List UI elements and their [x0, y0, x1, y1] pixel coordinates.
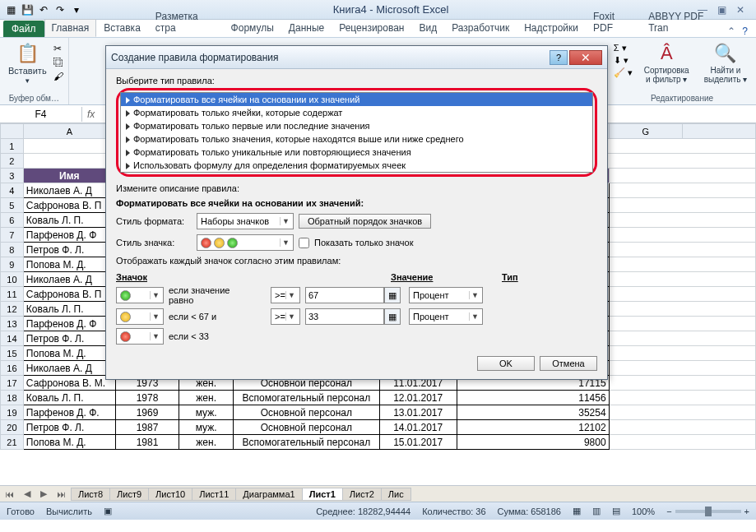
status-macro-icon[interactable]: ▣: [104, 506, 112, 516]
cancel-button[interactable]: Отмена: [540, 356, 597, 371]
rule-type-item[interactable]: Форматировать только ячейки, которые сод…: [121, 106, 592, 119]
icon-combo-1[interactable]: ▼: [116, 287, 164, 303]
redo-icon[interactable]: ↷: [53, 2, 67, 17]
cell[interactable]: Попова М. Д.: [23, 435, 115, 450]
tab-review[interactable]: Рецензирован: [332, 19, 411, 37]
cell[interactable]: Николаев А. Д: [23, 183, 115, 198]
zoom-in-icon[interactable]: +: [744, 507, 749, 516]
sheet-nav-prev-icon[interactable]: ◀: [19, 488, 35, 499]
cell[interactable]: 9800: [457, 435, 609, 450]
tab-view[interactable]: Вид: [411, 19, 444, 37]
col-header[interactable]: [682, 124, 755, 139]
ok-button[interactable]: OK: [477, 356, 535, 371]
cell[interactable]: Вспомогательный персонал: [233, 435, 379, 450]
row-header[interactable]: 11: [1, 287, 24, 302]
cell[interactable]: Коваль Л. П.: [23, 391, 115, 405]
row-header[interactable]: 21: [1, 435, 24, 450]
help-icon[interactable]: ?: [742, 25, 748, 37]
cell[interactable]: Основной персонал: [233, 420, 379, 435]
cell[interactable]: Сафронова В. П: [23, 287, 115, 302]
dialog-close-button[interactable]: ✕: [569, 50, 602, 65]
cut-icon[interactable]: ✂: [53, 43, 63, 54]
row-header[interactable]: 10: [1, 272, 24, 287]
rule-type-item[interactable]: Форматировать только уникальные или повт…: [121, 146, 592, 159]
range-picker-icon[interactable]: ▦: [384, 308, 401, 325]
row-header[interactable]: 19: [1, 405, 24, 420]
col-header[interactable]: G: [609, 124, 682, 139]
col-header[interactable]: A: [23, 124, 115, 139]
format-painter-icon[interactable]: 🖌: [53, 71, 63, 82]
cell[interactable]: Основной персонал: [233, 405, 379, 420]
tab-formulas[interactable]: Формулы: [224, 19, 281, 37]
cell[interactable]: Петров Ф. Л.: [23, 331, 115, 346]
sort-filter-button[interactable]: Â Сортировка и фильтр ▾: [641, 41, 693, 86]
cell[interactable]: 13.01.2017: [379, 405, 457, 420]
operator-combo-2[interactable]: >= ▼: [271, 308, 300, 325]
sheet-tab[interactable]: Лис: [381, 488, 411, 501]
cell[interactable]: Парфенов Д. Ф: [23, 228, 115, 243]
rule-type-item[interactable]: Использовать формулу для определения фор…: [121, 159, 592, 172]
cell[interactable]: Парфенов Д. Ф.: [23, 405, 115, 420]
row-header[interactable]: 12: [1, 302, 24, 317]
type-combo-1[interactable]: Процент▼: [409, 287, 483, 303]
view-layout-icon[interactable]: ▥: [592, 506, 601, 516]
cell[interactable]: 1981: [115, 435, 179, 450]
row-header[interactable]: 16: [1, 361, 24, 376]
rule-type-list[interactable]: Форматировать все ячейки на основании их…: [120, 92, 593, 173]
sheet-tab[interactable]: Лист10: [148, 488, 192, 501]
dialog-help-button[interactable]: ?: [550, 50, 568, 65]
row-header[interactable]: 9: [1, 257, 24, 272]
range-picker-icon[interactable]: ▦: [384, 287, 401, 303]
value-input-1[interactable]: 67: [305, 287, 384, 303]
cell[interactable]: 1969: [115, 405, 179, 420]
value-input-2[interactable]: 33: [305, 308, 384, 325]
row-header[interactable]: 4: [1, 183, 24, 198]
tab-developer[interactable]: Разработчик: [444, 19, 517, 37]
rule-type-item[interactable]: Форматировать только первые или последни…: [121, 119, 592, 132]
cell[interactable]: Попова М. Д.: [23, 346, 115, 361]
close-icon[interactable]: ✕: [736, 4, 744, 16]
icon-style-combo[interactable]: ▼: [197, 234, 294, 251]
cell[interactable]: Сафронова В. П: [23, 198, 115, 213]
sheet-tab[interactable]: Лист1: [302, 488, 343, 501]
sheet-tab[interactable]: Лист2: [342, 488, 382, 501]
select-all[interactable]: [1, 124, 24, 139]
sheet-nav-next-icon[interactable]: ▶: [35, 488, 52, 499]
row-header[interactable]: 2: [1, 154, 24, 169]
sheet-tab[interactable]: Лист9: [109, 488, 149, 501]
copy-icon[interactable]: ⿻: [53, 57, 63, 68]
autosum-icon[interactable]: Σ ▾: [614, 43, 633, 53]
cell[interactable]: Петров Ф. Л.: [23, 420, 115, 435]
row-header[interactable]: 6: [1, 213, 24, 228]
row-header[interactable]: 18: [1, 391, 24, 405]
cell[interactable]: жен.: [179, 435, 234, 450]
rule-type-item[interactable]: Форматировать все ячейки на основании их…: [121, 93, 592, 106]
sheet-nav-last-icon[interactable]: ⏭: [52, 489, 71, 499]
row-header[interactable]: 17: [1, 376, 24, 391]
cell[interactable]: муж.: [179, 420, 234, 435]
sheet-tab[interactable]: Лист8: [71, 488, 110, 501]
row-header[interactable]: 8: [1, 243, 24, 257]
tab-foxit[interactable]: Foxit PDF: [586, 7, 641, 37]
row-header[interactable]: 1: [1, 139, 24, 154]
cell[interactable]: Попова М. Д.: [23, 257, 115, 272]
undo-icon[interactable]: ↶: [36, 2, 51, 17]
sheet-nav-first-icon[interactable]: ⏮: [0, 489, 19, 499]
show-icon-only-checkbox[interactable]: [299, 238, 309, 248]
rule-type-item[interactable]: Форматировать только значения, которые н…: [121, 132, 592, 146]
row-header[interactable]: 5: [1, 198, 24, 213]
find-select-button[interactable]: 🔍 Найти и выделить ▾: [701, 41, 751, 86]
tab-abbyy[interactable]: ABBYY PDF Tran: [641, 7, 727, 37]
dialog-titlebar[interactable]: Создание правила форматирования ? ✕: [106, 46, 607, 69]
tab-addins[interactable]: Надстройки: [517, 19, 586, 37]
row-header[interactable]: 3: [1, 169, 24, 183]
reverse-icon-order-button[interactable]: Обратный порядок значков: [299, 214, 431, 229]
zoom-slider[interactable]: − +: [666, 507, 749, 516]
tab-insert[interactable]: Вставка: [96, 19, 148, 37]
row-header[interactable]: 14: [1, 331, 24, 346]
cell[interactable]: 11456: [457, 391, 609, 405]
qat-more-icon[interactable]: ▾: [69, 2, 84, 17]
cell[interactable]: 35254: [457, 405, 609, 420]
cell[interactable]: Коваль Л. П.: [23, 302, 115, 317]
cell[interactable]: 15.01.2017: [379, 435, 457, 450]
